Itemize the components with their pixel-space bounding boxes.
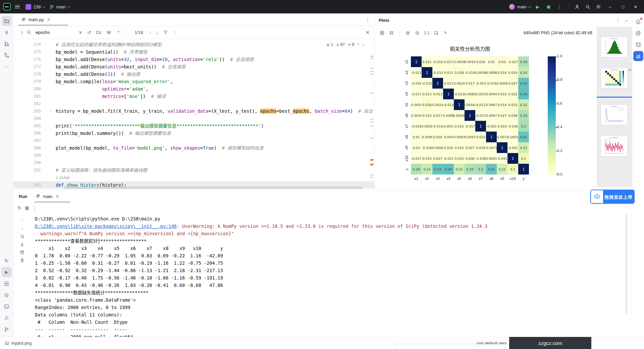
error-stripe-mark[interactable] [370, 71, 373, 72]
tab-main-py[interactable]: main.py ✕ [18, 13, 54, 26]
close-tab-icon[interactable]: ✕ [47, 17, 51, 22]
fold-marker[interactable]: › [46, 107, 56, 115]
regex-toggle[interactable]: .* [114, 30, 122, 35]
notifications-button[interactable] [633, 17, 643, 27]
error-stripe-mark[interactable] [370, 73, 373, 74]
prev-problem-icon[interactable] [357, 43, 360, 46]
rerun-button[interactable]: ↻ [17, 205, 22, 211]
error-stripe-mark[interactable] [370, 138, 373, 139]
console-output[interactable]: D:\238\.venv\Scripts\python.exe D:\238\m… [31, 214, 632, 337]
console-file-link[interactable]: D:\238\.venv\lib\site-packages\scipy\__i… [35, 223, 177, 229]
error-stripe-mark[interactable] [370, 56, 373, 57]
previous-match-icon[interactable]: ↑ [147, 30, 154, 35]
hide-plots-icon[interactable]: – [625, 17, 628, 23]
next-match-icon[interactable]: ↓ [154, 30, 161, 35]
main-menu-button[interactable] [13, 2, 22, 11]
inspections-widget[interactable]: 1 67 ✔9 [325, 42, 366, 48]
error-stripe-mark[interactable] [370, 68, 373, 69]
version-control-tool-button[interactable] [2, 324, 12, 334]
error-stripe-mark[interactable] [370, 174, 373, 176]
print-icon[interactable] [20, 250, 24, 255]
console-more-icon[interactable]: ⋮ [32, 205, 37, 211]
clear-search-icon[interactable]: ✕ [76, 30, 85, 35]
services-tool-button[interactable] [2, 279, 12, 289]
fit-to-window-icon[interactable] [432, 29, 440, 37]
run-config-widget[interactable]: main [508, 2, 532, 11]
horizontal-scrollbar[interactable] [64, 187, 362, 189]
line-number: 286 [13, 130, 46, 137]
more-tools-button[interactable]: ⋯ [2, 62, 12, 72]
plots-tool-button[interactable] [633, 51, 643, 61]
drag-upload-button[interactable]: 拖拽至此上传 [590, 190, 635, 204]
heatmap-cell: 0.017 [443, 56, 454, 67]
stop-button[interactable] [25, 206, 29, 210]
close-button[interactable]: ✕ [630, 0, 641, 13]
search-input[interactable]: epochs [36, 30, 76, 35]
up-stacktrace-icon[interactable]: ↑ [21, 217, 23, 222]
search-everywhere-button[interactable] [583, 2, 592, 11]
ai-assistant-button[interactable]: @ [633, 28, 643, 38]
vcs-widget[interactable]: main [48, 2, 71, 11]
debug-button[interactable] [544, 2, 553, 11]
tab-options-icon[interactable]: ⋮ [365, 17, 370, 23]
close-run-tab-icon[interactable]: ✕ [55, 194, 59, 199]
error-stripe[interactable] [370, 39, 374, 190]
search-options-icon[interactable]: ⋮ [170, 30, 179, 35]
error-stripe-mark[interactable] [370, 159, 373, 161]
clear-console-icon[interactable] [20, 258, 24, 263]
run-button[interactable]: ▶ [533, 2, 542, 11]
soft-wrap-icon[interactable] [20, 234, 24, 239]
console-scrollbar[interactable] [626, 214, 627, 314]
thumbnails-view-icon[interactable] [378, 29, 386, 37]
terminal-tool-button[interactable] [2, 301, 12, 311]
search-history-icon[interactable]: ↺ [85, 30, 93, 35]
error-stripe-mark[interactable] [370, 177, 373, 178]
thumbnail-heatmap-selected[interactable]: ✕ [601, 68, 627, 88]
plots-options-icon[interactable]: ⋮ [615, 17, 621, 23]
run-tab-main[interactable]: main ✕ [36, 194, 59, 199]
whole-words-toggle[interactable]: W [104, 30, 113, 35]
error-stripe-mark[interactable] [370, 164, 373, 165]
close-thumbnail-icon[interactable]: ✕ [628, 67, 632, 72]
problems-tool-button[interactable]: ⚠ [2, 313, 12, 323]
error-stripe-mark[interactable] [370, 121, 373, 122]
code-text: bp_model.compile(loss='mean_squared_erro… [56, 78, 374, 85]
more-actions-button[interactable]: ⋮ [554, 2, 564, 11]
zoom-out-icon[interactable]: ⊖ [413, 29, 421, 37]
close-find-bar-icon[interactable]: ✕ [365, 30, 370, 36]
pull-requests-tool-button[interactable] [2, 39, 12, 49]
code-with-me-button[interactable] [572, 2, 582, 11]
project-tool-button[interactable] [2, 16, 12, 26]
filter-icon[interactable] [161, 30, 170, 35]
maximize-button[interactable]: □ [617, 0, 629, 13]
notifications-tool-button[interactable]: ↻ [2, 256, 12, 266]
edit-plot-icon[interactable]: ✎ [441, 29, 449, 37]
commit-tool-button[interactable] [2, 28, 12, 38]
down-stacktrace-icon[interactable]: ↓ [21, 226, 23, 231]
actual-size-label[interactable]: 1:1 [423, 29, 431, 37]
expand-search-icon[interactable] [20, 31, 23, 34]
scroll-to-end-icon[interactable] [20, 242, 24, 247]
python-console-tool-button[interactable]: ◎ [2, 290, 12, 300]
error-stripe-mark[interactable] [370, 93, 373, 94]
code-editor[interactable]: 274# 应用优化后的最优参数值构建BP神经网络回归模型275bp_model … [13, 39, 374, 190]
thumbnail-time-series[interactable] [601, 136, 627, 156]
error-stripe-mark[interactable] [370, 58, 373, 59]
error-stripe-mark[interactable] [370, 126, 373, 127]
run-tool-button[interactable]: ▶ [2, 267, 12, 277]
zoom-in-icon[interactable]: ⊕ [404, 29, 412, 37]
thumbnail-histogram[interactable] [601, 37, 627, 57]
project-widget[interactable]: 238 [24, 2, 46, 11]
database-button[interactable] [633, 40, 643, 50]
thumbnail-loss-curve[interactable] [601, 105, 627, 125]
minimize-button[interactable]: – [604, 0, 616, 13]
settings-button[interactable] [594, 2, 603, 11]
structure-tool-button[interactable] [2, 50, 12, 60]
fold-marker[interactable]: › [46, 93, 56, 100]
plot-canvas[interactable]: 相关性分析热力图 10.021-0.0160.0170.00540.00160.… [375, 39, 597, 190]
status-file-name[interactable]: myplot.png [11, 341, 32, 346]
match-case-toggle[interactable]: Cc [94, 30, 104, 35]
grid-view-icon[interactable] [387, 29, 395, 37]
next-problem-icon[interactable] [362, 43, 365, 46]
error-stripe-mark[interactable] [370, 119, 373, 120]
